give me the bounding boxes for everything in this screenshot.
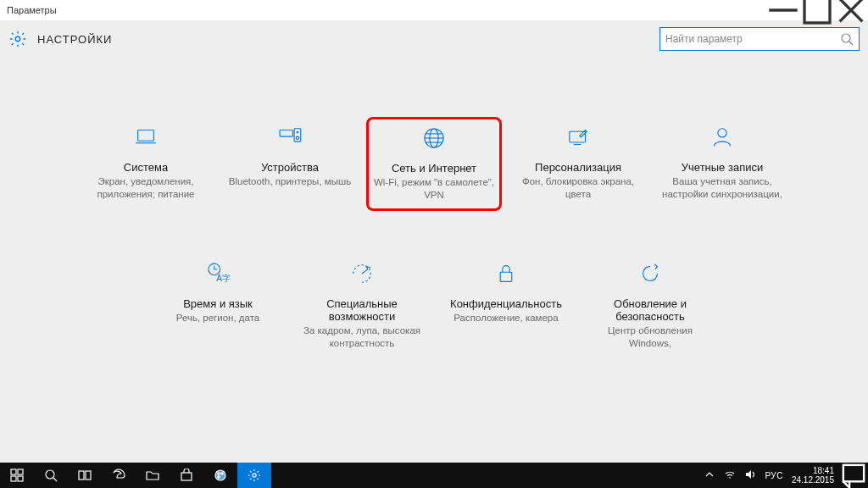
svg-point-37 (218, 473, 220, 474)
svg-marker-42 (746, 470, 751, 479)
taskbar-clock[interactable]: 18:41 24.12.2015 (788, 463, 839, 488)
search-icon (840, 32, 854, 46)
tile-subtitle: Bluetooth, принтеры, мышь (224, 175, 356, 188)
taskbar-search-button[interactable] (34, 463, 68, 488)
svg-rect-27 (11, 469, 16, 474)
svg-point-11 (296, 136, 298, 139)
tray-chevron-up-icon[interactable] (704, 469, 715, 482)
lock-icon (492, 259, 520, 291)
devices-icon (275, 123, 304, 155)
window-minimize-button[interactable] (766, 0, 800, 20)
palette-icon (214, 469, 227, 482)
ease-of-access-icon (348, 259, 376, 291)
svg-point-5 (842, 34, 850, 42)
task-view-icon (78, 469, 92, 482)
store-icon (180, 469, 193, 482)
personalization-icon (564, 123, 593, 155)
time-language-icon: A字 (203, 259, 232, 291)
language-indicator[interactable]: РУС (765, 471, 783, 480)
svg-text:A字: A字 (216, 273, 231, 282)
start-button[interactable] (0, 463, 34, 488)
window-title: Параметры (7, 5, 57, 15)
tile-subtitle: Речь, регион, дата (152, 312, 284, 324)
tile-title: Учетные записи (656, 161, 788, 174)
svg-rect-30 (18, 476, 23, 481)
taskbar-app-paint[interactable] (203, 463, 237, 488)
clock-date: 24.12.2015 (792, 475, 834, 485)
settings-grid: Система Экран, уведомления, приложения; … (70, 117, 798, 358)
svg-point-41 (730, 477, 732, 479)
search-input[interactable] (665, 33, 840, 45)
tile-system[interactable]: Система Экран, уведомления, приложения; … (78, 117, 214, 211)
tile-update-security[interactable]: Обновление и безопасность Центр обновлен… (582, 253, 718, 358)
tile-ease-of-access[interactable]: Специальные возможности За кадром, лупа,… (294, 253, 430, 358)
tile-time-language[interactable]: A字 Время и язык Речь, регион, дата (150, 253, 286, 358)
taskbar: РУС 18:41 24.12.2015 (0, 463, 868, 488)
settings-grid-container: Система Экран, уведомления, приложения; … (0, 58, 868, 358)
folder-icon (146, 469, 159, 482)
settings-header: НАСТРОЙКИ (0, 20, 868, 58)
taskbar-app-edge[interactable] (102, 463, 136, 488)
tile-subtitle: Экран, уведомления, приложения; питание (80, 175, 212, 201)
tile-title: Система (80, 161, 212, 174)
svg-point-12 (297, 131, 298, 133)
svg-rect-7 (138, 130, 154, 141)
window-close-button[interactable] (834, 0, 868, 20)
svg-point-20 (718, 129, 726, 137)
tile-title: Устройства (224, 161, 356, 174)
svg-rect-26 (500, 272, 512, 281)
taskbar-app-store[interactable] (170, 463, 203, 488)
update-icon (636, 259, 665, 291)
tile-subtitle: Центр обновления Windows, (584, 324, 716, 350)
globe-icon (420, 124, 448, 156)
tile-subtitle: За кадром, лупа, высокая контрастность (296, 324, 428, 350)
tile-title: Время и язык (152, 297, 284, 310)
svg-point-40 (253, 474, 256, 477)
tile-accounts[interactable]: Учетные записи Ваша учетная запись, наст… (654, 117, 790, 211)
tile-title: Персонализация (512, 161, 644, 174)
tile-privacy[interactable]: Конфиденциальность Расположение, камера (438, 253, 574, 358)
tile-devices[interactable]: Устройства Bluetooth, принтеры, мышь (222, 117, 358, 211)
svg-rect-29 (11, 476, 16, 481)
window-maximize-button[interactable] (800, 0, 834, 20)
notification-icon (839, 461, 868, 488)
volume-icon[interactable] (744, 469, 756, 482)
svg-rect-1 (804, 0, 830, 23)
system-tray: РУС (698, 463, 788, 488)
minimize-icon (766, 0, 800, 27)
tile-title: Конфиденциальность (440, 297, 572, 310)
svg-rect-28 (18, 469, 23, 474)
search-box[interactable] (659, 27, 860, 51)
taskbar-app-explorer[interactable] (136, 463, 170, 488)
page-title: НАСТРОЙКИ (37, 33, 112, 46)
taskbar-app-settings[interactable] (237, 463, 271, 488)
svg-rect-33 (79, 471, 84, 480)
action-center-button[interactable] (839, 463, 868, 488)
tile-subtitle: Ваша учетная запись, настройки синхрониз… (656, 175, 788, 201)
svg-point-4 (15, 36, 20, 42)
svg-point-38 (221, 473, 223, 474)
person-icon (708, 123, 737, 155)
tile-network[interactable]: Сеть и Интернет Wi-Fi, режим "в самолете… (366, 117, 502, 211)
tile-title: Специальные возможности (296, 297, 428, 323)
svg-rect-9 (280, 130, 292, 137)
wifi-icon[interactable] (724, 469, 736, 482)
task-view-button[interactable] (68, 463, 102, 488)
svg-point-31 (46, 470, 54, 479)
svg-point-39 (218, 476, 220, 478)
tile-subtitle: Фон, блокировка экрана, цвета (512, 175, 644, 201)
svg-point-36 (215, 470, 225, 480)
tile-subtitle: Расположение, камера (440, 312, 572, 324)
tile-subtitle: Wi-Fi, режим "в самолете", VPN (369, 176, 499, 202)
svg-line-25 (362, 269, 368, 274)
tile-title: Сеть и Интернет (369, 162, 499, 175)
close-icon (834, 0, 868, 27)
tile-title: Обновление и безопасность (584, 297, 716, 323)
svg-rect-43 (843, 465, 864, 481)
windows-icon (10, 469, 24, 482)
svg-rect-35 (181, 473, 192, 480)
gear-icon (248, 469, 261, 482)
tile-personalization[interactable]: Персонализация Фон, блокировка экрана, ц… (510, 117, 646, 211)
window-titlebar: Параметры (0, 0, 868, 20)
search-icon (44, 469, 58, 482)
